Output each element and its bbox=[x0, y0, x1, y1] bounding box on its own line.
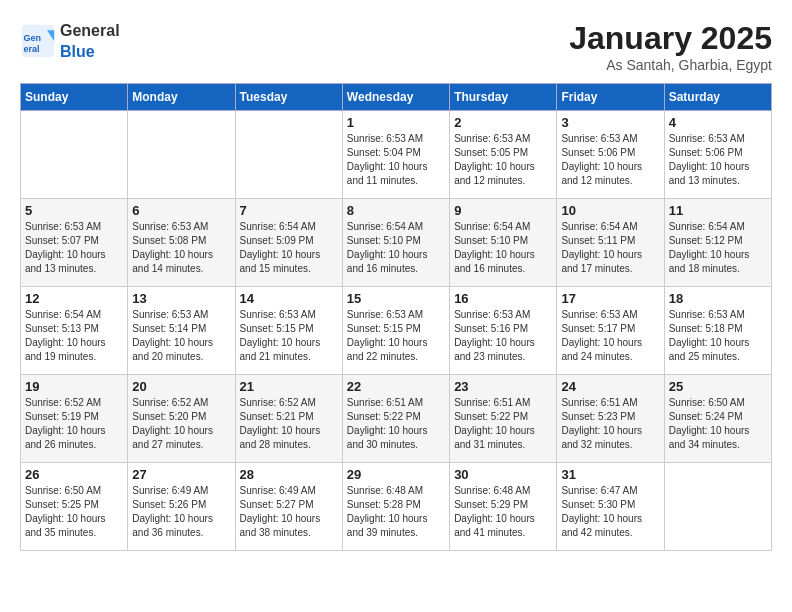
day-number: 7 bbox=[240, 203, 338, 218]
day-number: 19 bbox=[25, 379, 123, 394]
day-number: 24 bbox=[561, 379, 659, 394]
day-info: Sunrise: 6:52 AM Sunset: 5:21 PM Dayligh… bbox=[240, 396, 338, 452]
day-info: Sunrise: 6:53 AM Sunset: 5:15 PM Dayligh… bbox=[347, 308, 445, 364]
calendar-cell: 19Sunrise: 6:52 AM Sunset: 5:19 PM Dayli… bbox=[21, 375, 128, 463]
calendar-table: SundayMondayTuesdayWednesdayThursdayFrid… bbox=[20, 83, 772, 551]
weekday-header: Sunday bbox=[21, 84, 128, 111]
day-number: 2 bbox=[454, 115, 552, 130]
calendar-cell: 24Sunrise: 6:51 AM Sunset: 5:23 PM Dayli… bbox=[557, 375, 664, 463]
day-info: Sunrise: 6:54 AM Sunset: 5:10 PM Dayligh… bbox=[347, 220, 445, 276]
location: As Santah, Gharbia, Egypt bbox=[569, 57, 772, 73]
svg-text:Gen: Gen bbox=[24, 33, 42, 43]
day-info: Sunrise: 6:54 AM Sunset: 5:13 PM Dayligh… bbox=[25, 308, 123, 364]
day-number: 21 bbox=[240, 379, 338, 394]
calendar-cell: 14Sunrise: 6:53 AM Sunset: 5:15 PM Dayli… bbox=[235, 287, 342, 375]
day-number: 18 bbox=[669, 291, 767, 306]
day-number: 11 bbox=[669, 203, 767, 218]
day-number: 30 bbox=[454, 467, 552, 482]
calendar-cell: 16Sunrise: 6:53 AM Sunset: 5:16 PM Dayli… bbox=[450, 287, 557, 375]
calendar-cell: 30Sunrise: 6:48 AM Sunset: 5:29 PM Dayli… bbox=[450, 463, 557, 551]
calendar-cell: 13Sunrise: 6:53 AM Sunset: 5:14 PM Dayli… bbox=[128, 287, 235, 375]
calendar-cell: 27Sunrise: 6:49 AM Sunset: 5:26 PM Dayli… bbox=[128, 463, 235, 551]
day-number: 29 bbox=[347, 467, 445, 482]
calendar-cell bbox=[128, 111, 235, 199]
day-number: 10 bbox=[561, 203, 659, 218]
day-info: Sunrise: 6:53 AM Sunset: 5:06 PM Dayligh… bbox=[669, 132, 767, 188]
day-info: Sunrise: 6:54 AM Sunset: 5:10 PM Dayligh… bbox=[454, 220, 552, 276]
day-number: 23 bbox=[454, 379, 552, 394]
page-header: Gen eral General Blue January 2025 As Sa… bbox=[20, 20, 772, 73]
title-block: January 2025 As Santah, Gharbia, Egypt bbox=[569, 20, 772, 73]
weekday-header: Tuesday bbox=[235, 84, 342, 111]
day-info: Sunrise: 6:53 AM Sunset: 5:15 PM Dayligh… bbox=[240, 308, 338, 364]
weekday-header: Monday bbox=[128, 84, 235, 111]
calendar-cell: 15Sunrise: 6:53 AM Sunset: 5:15 PM Dayli… bbox=[342, 287, 449, 375]
day-info: Sunrise: 6:51 AM Sunset: 5:22 PM Dayligh… bbox=[347, 396, 445, 452]
calendar-cell: 26Sunrise: 6:50 AM Sunset: 5:25 PM Dayli… bbox=[21, 463, 128, 551]
calendar-cell: 2Sunrise: 6:53 AM Sunset: 5:05 PM Daylig… bbox=[450, 111, 557, 199]
calendar-cell: 21Sunrise: 6:52 AM Sunset: 5:21 PM Dayli… bbox=[235, 375, 342, 463]
day-info: Sunrise: 6:53 AM Sunset: 5:06 PM Dayligh… bbox=[561, 132, 659, 188]
day-info: Sunrise: 6:47 AM Sunset: 5:30 PM Dayligh… bbox=[561, 484, 659, 540]
day-info: Sunrise: 6:53 AM Sunset: 5:04 PM Dayligh… bbox=[347, 132, 445, 188]
day-info: Sunrise: 6:53 AM Sunset: 5:17 PM Dayligh… bbox=[561, 308, 659, 364]
calendar-cell: 23Sunrise: 6:51 AM Sunset: 5:22 PM Dayli… bbox=[450, 375, 557, 463]
day-info: Sunrise: 6:53 AM Sunset: 5:08 PM Dayligh… bbox=[132, 220, 230, 276]
calendar-cell: 10Sunrise: 6:54 AM Sunset: 5:11 PM Dayli… bbox=[557, 199, 664, 287]
calendar-cell bbox=[21, 111, 128, 199]
day-number: 14 bbox=[240, 291, 338, 306]
day-info: Sunrise: 6:54 AM Sunset: 5:12 PM Dayligh… bbox=[669, 220, 767, 276]
logo-blue-text: Blue bbox=[60, 43, 95, 60]
calendar-cell: 8Sunrise: 6:54 AM Sunset: 5:10 PM Daylig… bbox=[342, 199, 449, 287]
day-info: Sunrise: 6:54 AM Sunset: 5:09 PM Dayligh… bbox=[240, 220, 338, 276]
day-number: 20 bbox=[132, 379, 230, 394]
svg-text:eral: eral bbox=[24, 44, 40, 54]
day-number: 25 bbox=[669, 379, 767, 394]
day-number: 26 bbox=[25, 467, 123, 482]
calendar-cell: 31Sunrise: 6:47 AM Sunset: 5:30 PM Dayli… bbox=[557, 463, 664, 551]
day-info: Sunrise: 6:51 AM Sunset: 5:23 PM Dayligh… bbox=[561, 396, 659, 452]
day-number: 1 bbox=[347, 115, 445, 130]
day-info: Sunrise: 6:53 AM Sunset: 5:18 PM Dayligh… bbox=[669, 308, 767, 364]
logo-icon: Gen eral bbox=[20, 23, 56, 59]
day-info: Sunrise: 6:53 AM Sunset: 5:05 PM Dayligh… bbox=[454, 132, 552, 188]
day-info: Sunrise: 6:54 AM Sunset: 5:11 PM Dayligh… bbox=[561, 220, 659, 276]
day-info: Sunrise: 6:48 AM Sunset: 5:28 PM Dayligh… bbox=[347, 484, 445, 540]
day-info: Sunrise: 6:52 AM Sunset: 5:19 PM Dayligh… bbox=[25, 396, 123, 452]
day-info: Sunrise: 6:50 AM Sunset: 5:25 PM Dayligh… bbox=[25, 484, 123, 540]
day-number: 4 bbox=[669, 115, 767, 130]
day-number: 17 bbox=[561, 291, 659, 306]
calendar-cell: 17Sunrise: 6:53 AM Sunset: 5:17 PM Dayli… bbox=[557, 287, 664, 375]
weekday-header: Saturday bbox=[664, 84, 771, 111]
logo: Gen eral General Blue bbox=[20, 20, 120, 62]
day-info: Sunrise: 6:49 AM Sunset: 5:27 PM Dayligh… bbox=[240, 484, 338, 540]
day-info: Sunrise: 6:52 AM Sunset: 5:20 PM Dayligh… bbox=[132, 396, 230, 452]
calendar-cell: 12Sunrise: 6:54 AM Sunset: 5:13 PM Dayli… bbox=[21, 287, 128, 375]
day-number: 6 bbox=[132, 203, 230, 218]
day-number: 22 bbox=[347, 379, 445, 394]
logo-general-text: General bbox=[60, 22, 120, 39]
day-number: 13 bbox=[132, 291, 230, 306]
day-number: 31 bbox=[561, 467, 659, 482]
calendar-cell: 6Sunrise: 6:53 AM Sunset: 5:08 PM Daylig… bbox=[128, 199, 235, 287]
day-info: Sunrise: 6:50 AM Sunset: 5:24 PM Dayligh… bbox=[669, 396, 767, 452]
day-info: Sunrise: 6:49 AM Sunset: 5:26 PM Dayligh… bbox=[132, 484, 230, 540]
calendar-cell: 25Sunrise: 6:50 AM Sunset: 5:24 PM Dayli… bbox=[664, 375, 771, 463]
calendar-cell: 1Sunrise: 6:53 AM Sunset: 5:04 PM Daylig… bbox=[342, 111, 449, 199]
calendar-cell: 20Sunrise: 6:52 AM Sunset: 5:20 PM Dayli… bbox=[128, 375, 235, 463]
calendar-cell: 5Sunrise: 6:53 AM Sunset: 5:07 PM Daylig… bbox=[21, 199, 128, 287]
day-number: 28 bbox=[240, 467, 338, 482]
weekday-header: Friday bbox=[557, 84, 664, 111]
day-info: Sunrise: 6:53 AM Sunset: 5:07 PM Dayligh… bbox=[25, 220, 123, 276]
month-title: January 2025 bbox=[569, 20, 772, 57]
day-number: 15 bbox=[347, 291, 445, 306]
weekday-header: Thursday bbox=[450, 84, 557, 111]
day-info: Sunrise: 6:53 AM Sunset: 5:14 PM Dayligh… bbox=[132, 308, 230, 364]
day-number: 12 bbox=[25, 291, 123, 306]
calendar-cell: 7Sunrise: 6:54 AM Sunset: 5:09 PM Daylig… bbox=[235, 199, 342, 287]
calendar-cell bbox=[664, 463, 771, 551]
weekday-header: Wednesday bbox=[342, 84, 449, 111]
calendar-cell: 18Sunrise: 6:53 AM Sunset: 5:18 PM Dayli… bbox=[664, 287, 771, 375]
calendar-cell: 9Sunrise: 6:54 AM Sunset: 5:10 PM Daylig… bbox=[450, 199, 557, 287]
calendar-cell bbox=[235, 111, 342, 199]
